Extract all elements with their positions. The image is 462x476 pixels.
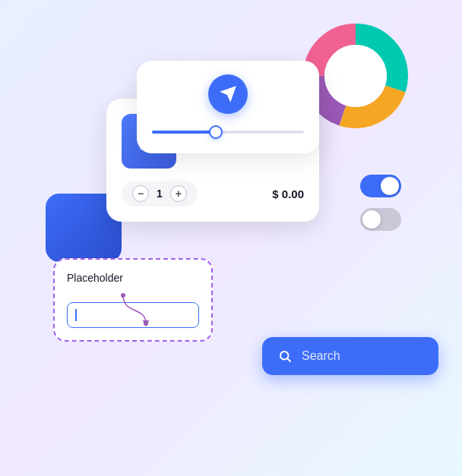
placeholder-label: Placeholder [67, 272, 199, 284]
toggle-knob-on [381, 177, 399, 195]
toggle-off[interactable] [360, 208, 401, 231]
quantity-decrease-button[interactable]: − [132, 185, 149, 202]
toggles-container [360, 175, 401, 231]
quantity-control: − 1 + [122, 181, 198, 206]
svg-point-5 [121, 293, 125, 298]
product-controls: − 1 + $ 0.00 [122, 181, 304, 206]
search-bar[interactable]: Search [262, 337, 438, 375]
svg-line-8 [287, 358, 290, 361]
svg-point-4 [324, 45, 387, 107]
quantity-increase-button[interactable]: + [170, 185, 187, 202]
search-icon-wrapper [276, 347, 294, 365]
arrow-connector [115, 292, 161, 329]
slider-card [137, 61, 319, 153]
svg-point-6 [144, 321, 148, 326]
text-cursor [75, 309, 77, 321]
slider-thumb[interactable] [209, 125, 223, 139]
input-card: Placeholder [53, 258, 213, 342]
slider-track [152, 131, 304, 134]
send-icon [218, 84, 238, 104]
search-icon [278, 349, 292, 363]
quantity-value: 1 [157, 188, 163, 200]
product-price: $ 0.00 [272, 188, 304, 200]
search-placeholder: Search [302, 349, 340, 363]
toggle-knob-off [362, 210, 381, 229]
toggle-on[interactable] [360, 175, 401, 197]
slider[interactable] [152, 125, 304, 140]
svg-point-7 [280, 351, 289, 360]
send-button[interactable] [208, 74, 248, 114]
